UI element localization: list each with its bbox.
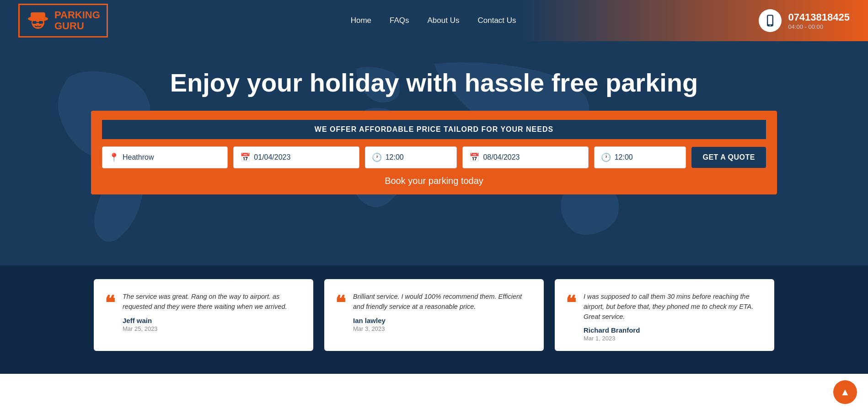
review-text-2: Brilliant service. I would 100% recommen… [353, 292, 533, 312]
depart-time-icon: 🕐 [372, 152, 382, 162]
reviewer-name-2: Ian lawley [353, 317, 533, 324]
svg-point-8 [770, 25, 771, 26]
phone-number[interactable]: 07413818425 [788, 11, 850, 23]
depart-date-field[interactable]: 📅 [233, 146, 359, 168]
hero-title: Enjoy your holiday with hassle free park… [0, 69, 868, 97]
nav-about[interactable]: About Us [428, 16, 460, 25]
review-body-2: Brilliant service. I would 100% recommen… [353, 292, 533, 342]
hero-content: Enjoy your holiday with hassle free park… [0, 69, 868, 194]
reviewer-name-1: Jeff wain [123, 317, 302, 324]
depart-date-input[interactable] [254, 153, 352, 162]
review-body-1: The service was great. Rang on the way t… [123, 292, 302, 342]
review-date-1: Mar 25, 2023 [123, 325, 302, 332]
return-time-input[interactable] [615, 153, 680, 162]
hero-section: Enjoy your holiday with hassle free park… [0, 41, 868, 265]
logo[interactable]: PARKING GURU [18, 4, 108, 38]
phone-hours: 04:00 - 00:00 [788, 23, 850, 30]
phone-area: 07413818425 04:00 - 00:00 [759, 9, 850, 32]
review-date-3: Mar 1, 2023 [584, 335, 763, 342]
return-date-field[interactable]: 📅 [462, 146, 588, 168]
depart-time-input[interactable] [386, 153, 450, 162]
review-card-1: ❝ The service was great. Rang on the way… [94, 279, 313, 351]
location-icon: 📍 [109, 152, 119, 162]
return-time-field[interactable]: 🕐 [594, 146, 686, 168]
review-body-3: I was supposed to call them 30 mins befo… [584, 292, 763, 342]
book-today-label: Book your parking today [102, 176, 766, 186]
svg-rect-3 [32, 21, 37, 24]
nav-home[interactable]: Home [351, 16, 371, 25]
reviews-section: ❝ The service was great. Rang on the way… [0, 265, 868, 374]
nav-faqs[interactable]: FAQs [390, 16, 409, 25]
svg-rect-7 [768, 16, 772, 25]
quote-mark-1: ❝ [105, 294, 115, 342]
logo-text: PARKING GURU [54, 10, 100, 32]
nav-contact[interactable]: Contact Us [477, 16, 516, 25]
svg-rect-4 [39, 21, 43, 24]
location-input[interactable] [123, 153, 221, 162]
depart-date-icon: 📅 [240, 152, 250, 162]
get-quote-button[interactable]: GET A QUOTE [691, 147, 766, 168]
quote-mark-2: ❝ [335, 294, 346, 342]
return-date-input[interactable] [483, 153, 581, 162]
review-date-2: Mar 3, 2023 [353, 325, 533, 332]
booking-tagline: WE OFFER AFFORDABLE PRICE TAILORD FOR YO… [102, 120, 766, 139]
review-text-1: The service was great. Rang on the way t… [123, 292, 302, 312]
return-date-icon: 📅 [469, 152, 479, 162]
quote-mark-3: ❝ [566, 294, 576, 342]
site-header: PARKING GURU Home FAQs About Us Contact … [0, 0, 868, 41]
main-nav: Home FAQs About Us Contact Us [351, 16, 516, 25]
review-card-3: ❝ I was supposed to call them 30 mins be… [555, 279, 774, 351]
review-text-3: I was supposed to call them 30 mins befo… [584, 292, 763, 322]
reviewer-name-3: Richard Branford [584, 326, 763, 334]
depart-time-field[interactable]: 🕐 [365, 146, 457, 168]
phone-icon [759, 9, 782, 32]
return-time-icon: 🕐 [601, 152, 611, 162]
booking-panel: WE OFFER AFFORDABLE PRICE TAILORD FOR YO… [91, 111, 777, 194]
booking-row: 📍 📅 🕐 📅 🕐 [102, 146, 766, 168]
location-field[interactable]: 📍 [102, 146, 228, 168]
review-card-2: ❝ Brilliant service. I would 100% recomm… [324, 279, 544, 351]
